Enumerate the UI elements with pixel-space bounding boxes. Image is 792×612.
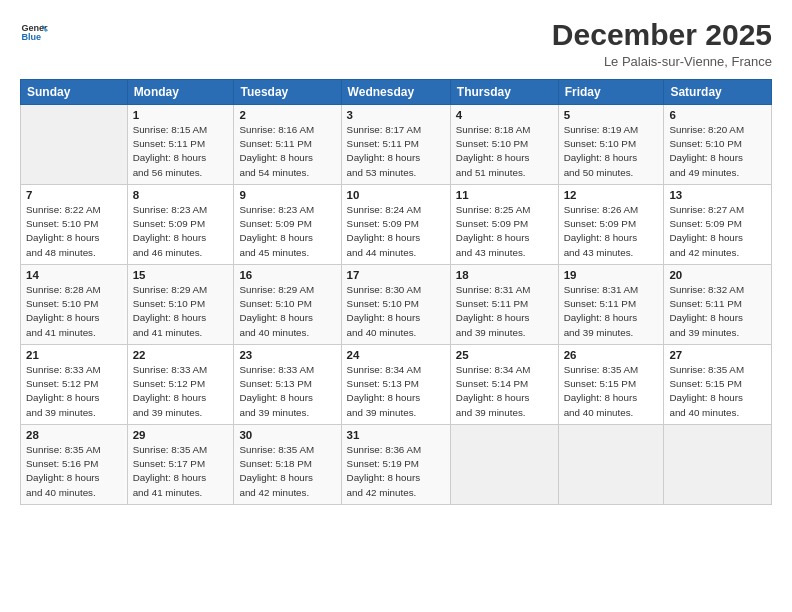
logo: General Blue <box>20 18 48 46</box>
day-number: 21 <box>26 349 122 361</box>
weekday-header-friday: Friday <box>558 80 664 105</box>
day-number: 10 <box>347 189 445 201</box>
day-cell: 28Sunrise: 8:35 AMSunset: 5:16 PMDayligh… <box>21 425 128 505</box>
day-cell: 21Sunrise: 8:33 AMSunset: 5:12 PMDayligh… <box>21 345 128 425</box>
day-number: 18 <box>456 269 553 281</box>
day-cell: 17Sunrise: 8:30 AMSunset: 5:10 PMDayligh… <box>341 265 450 345</box>
day-info: Sunrise: 8:34 AMSunset: 5:14 PMDaylight:… <box>456 363 553 420</box>
day-info: Sunrise: 8:31 AMSunset: 5:11 PMDaylight:… <box>564 283 659 340</box>
day-cell: 7Sunrise: 8:22 AMSunset: 5:10 PMDaylight… <box>21 185 128 265</box>
calendar-table: SundayMondayTuesdayWednesdayThursdayFrid… <box>20 79 772 505</box>
day-cell <box>558 425 664 505</box>
day-number: 19 <box>564 269 659 281</box>
day-number: 31 <box>347 429 445 441</box>
day-info: Sunrise: 8:17 AMSunset: 5:11 PMDaylight:… <box>347 123 445 180</box>
week-row-1: 1Sunrise: 8:15 AMSunset: 5:11 PMDaylight… <box>21 105 772 185</box>
day-cell <box>664 425 772 505</box>
day-info: Sunrise: 8:20 AMSunset: 5:10 PMDaylight:… <box>669 123 766 180</box>
day-number: 6 <box>669 109 766 121</box>
day-info: Sunrise: 8:30 AMSunset: 5:10 PMDaylight:… <box>347 283 445 340</box>
day-cell <box>450 425 558 505</box>
day-info: Sunrise: 8:22 AMSunset: 5:10 PMDaylight:… <box>26 203 122 260</box>
week-row-2: 7Sunrise: 8:22 AMSunset: 5:10 PMDaylight… <box>21 185 772 265</box>
week-row-4: 21Sunrise: 8:33 AMSunset: 5:12 PMDayligh… <box>21 345 772 425</box>
day-info: Sunrise: 8:25 AMSunset: 5:09 PMDaylight:… <box>456 203 553 260</box>
day-info: Sunrise: 8:32 AMSunset: 5:11 PMDaylight:… <box>669 283 766 340</box>
day-number: 28 <box>26 429 122 441</box>
day-info: Sunrise: 8:33 AMSunset: 5:12 PMDaylight:… <box>133 363 229 420</box>
day-number: 20 <box>669 269 766 281</box>
day-number: 15 <box>133 269 229 281</box>
day-cell: 2Sunrise: 8:16 AMSunset: 5:11 PMDaylight… <box>234 105 341 185</box>
day-cell: 16Sunrise: 8:29 AMSunset: 5:10 PMDayligh… <box>234 265 341 345</box>
day-info: Sunrise: 8:15 AMSunset: 5:11 PMDaylight:… <box>133 123 229 180</box>
day-number: 1 <box>133 109 229 121</box>
day-info: Sunrise: 8:23 AMSunset: 5:09 PMDaylight:… <box>133 203 229 260</box>
day-cell: 11Sunrise: 8:25 AMSunset: 5:09 PMDayligh… <box>450 185 558 265</box>
day-info: Sunrise: 8:35 AMSunset: 5:15 PMDaylight:… <box>669 363 766 420</box>
day-info: Sunrise: 8:19 AMSunset: 5:10 PMDaylight:… <box>564 123 659 180</box>
day-info: Sunrise: 8:34 AMSunset: 5:13 PMDaylight:… <box>347 363 445 420</box>
day-info: Sunrise: 8:24 AMSunset: 5:09 PMDaylight:… <box>347 203 445 260</box>
day-number: 7 <box>26 189 122 201</box>
day-cell: 18Sunrise: 8:31 AMSunset: 5:11 PMDayligh… <box>450 265 558 345</box>
day-info: Sunrise: 8:23 AMSunset: 5:09 PMDaylight:… <box>239 203 335 260</box>
day-info: Sunrise: 8:35 AMSunset: 5:17 PMDaylight:… <box>133 443 229 500</box>
day-number: 5 <box>564 109 659 121</box>
day-info: Sunrise: 8:28 AMSunset: 5:10 PMDaylight:… <box>26 283 122 340</box>
day-cell: 25Sunrise: 8:34 AMSunset: 5:14 PMDayligh… <box>450 345 558 425</box>
weekday-header-wednesday: Wednesday <box>341 80 450 105</box>
page-header: General Blue December 2025 Le Palais-sur… <box>20 18 772 69</box>
day-cell: 8Sunrise: 8:23 AMSunset: 5:09 PMDaylight… <box>127 185 234 265</box>
day-number: 4 <box>456 109 553 121</box>
day-number: 25 <box>456 349 553 361</box>
day-info: Sunrise: 8:26 AMSunset: 5:09 PMDaylight:… <box>564 203 659 260</box>
day-cell: 22Sunrise: 8:33 AMSunset: 5:12 PMDayligh… <box>127 345 234 425</box>
day-info: Sunrise: 8:33 AMSunset: 5:13 PMDaylight:… <box>239 363 335 420</box>
day-cell: 1Sunrise: 8:15 AMSunset: 5:11 PMDaylight… <box>127 105 234 185</box>
day-cell: 26Sunrise: 8:35 AMSunset: 5:15 PMDayligh… <box>558 345 664 425</box>
logo-icon: General Blue <box>20 18 48 46</box>
day-cell: 29Sunrise: 8:35 AMSunset: 5:17 PMDayligh… <box>127 425 234 505</box>
day-number: 9 <box>239 189 335 201</box>
day-number: 13 <box>669 189 766 201</box>
day-number: 30 <box>239 429 335 441</box>
day-cell: 23Sunrise: 8:33 AMSunset: 5:13 PMDayligh… <box>234 345 341 425</box>
day-number: 23 <box>239 349 335 361</box>
svg-text:Blue: Blue <box>21 32 41 42</box>
day-cell: 14Sunrise: 8:28 AMSunset: 5:10 PMDayligh… <box>21 265 128 345</box>
day-number: 14 <box>26 269 122 281</box>
day-cell: 31Sunrise: 8:36 AMSunset: 5:19 PMDayligh… <box>341 425 450 505</box>
day-cell: 15Sunrise: 8:29 AMSunset: 5:10 PMDayligh… <box>127 265 234 345</box>
day-info: Sunrise: 8:35 AMSunset: 5:16 PMDaylight:… <box>26 443 122 500</box>
day-cell: 10Sunrise: 8:24 AMSunset: 5:09 PMDayligh… <box>341 185 450 265</box>
day-info: Sunrise: 8:33 AMSunset: 5:12 PMDaylight:… <box>26 363 122 420</box>
day-cell: 3Sunrise: 8:17 AMSunset: 5:11 PMDaylight… <box>341 105 450 185</box>
day-info: Sunrise: 8:29 AMSunset: 5:10 PMDaylight:… <box>239 283 335 340</box>
weekday-header-row: SundayMondayTuesdayWednesdayThursdayFrid… <box>21 80 772 105</box>
day-number: 29 <box>133 429 229 441</box>
day-info: Sunrise: 8:35 AMSunset: 5:15 PMDaylight:… <box>564 363 659 420</box>
weekday-header-monday: Monday <box>127 80 234 105</box>
day-number: 12 <box>564 189 659 201</box>
week-row-5: 28Sunrise: 8:35 AMSunset: 5:16 PMDayligh… <box>21 425 772 505</box>
day-number: 27 <box>669 349 766 361</box>
day-info: Sunrise: 8:36 AMSunset: 5:19 PMDaylight:… <box>347 443 445 500</box>
day-info: Sunrise: 8:35 AMSunset: 5:18 PMDaylight:… <box>239 443 335 500</box>
day-number: 2 <box>239 109 335 121</box>
day-info: Sunrise: 8:18 AMSunset: 5:10 PMDaylight:… <box>456 123 553 180</box>
day-cell: 6Sunrise: 8:20 AMSunset: 5:10 PMDaylight… <box>664 105 772 185</box>
day-info: Sunrise: 8:16 AMSunset: 5:11 PMDaylight:… <box>239 123 335 180</box>
location: Le Palais-sur-Vienne, France <box>552 54 772 69</box>
day-number: 26 <box>564 349 659 361</box>
day-cell: 19Sunrise: 8:31 AMSunset: 5:11 PMDayligh… <box>558 265 664 345</box>
day-info: Sunrise: 8:31 AMSunset: 5:11 PMDaylight:… <box>456 283 553 340</box>
day-number: 22 <box>133 349 229 361</box>
day-number: 17 <box>347 269 445 281</box>
day-number: 11 <box>456 189 553 201</box>
day-info: Sunrise: 8:27 AMSunset: 5:09 PMDaylight:… <box>669 203 766 260</box>
weekday-header-tuesday: Tuesday <box>234 80 341 105</box>
weekday-header-sunday: Sunday <box>21 80 128 105</box>
day-number: 8 <box>133 189 229 201</box>
day-cell: 27Sunrise: 8:35 AMSunset: 5:15 PMDayligh… <box>664 345 772 425</box>
